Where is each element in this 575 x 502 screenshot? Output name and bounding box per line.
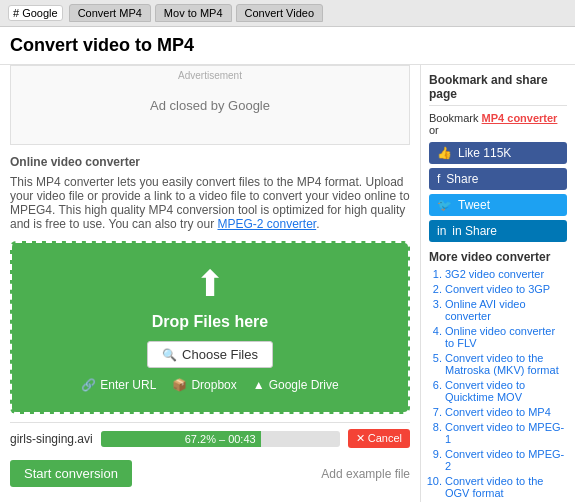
cancel-button[interactable]: ✕ Cancel (348, 429, 410, 448)
like-button[interactable]: 👍 Like 115K (429, 142, 567, 164)
ad-label: Advertisement (178, 70, 242, 81)
more-list-item-9[interactable]: Convert video to MPEG-2 (445, 448, 567, 472)
converter-heading: Online video converter (10, 155, 410, 169)
enter-url-option[interactable]: 🔗 Enter URL (81, 378, 156, 392)
thumbsup-icon: 👍 (437, 146, 452, 160)
more-list-item-7[interactable]: Convert video to MP4 (445, 406, 567, 418)
ad-closed-text: Ad closed by Google (150, 98, 270, 113)
more-list-item-3[interactable]: Online AVI video converter (445, 298, 567, 322)
drop-zone[interactable]: ⬆ Drop Files here 🔍 Choose Files 🔗 Enter… (10, 241, 410, 414)
converter-description: Online video converter This MP4 converte… (10, 155, 410, 231)
linkedin-share-button[interactable]: in in Share (429, 220, 567, 242)
upload-icon: ⬆ (32, 263, 388, 305)
google-drive-option[interactable]: ▲ Google Drive (253, 378, 339, 392)
more-list-item-4[interactable]: Online video converter to FLV (445, 325, 567, 349)
mp4-converter-link[interactable]: MP4 converter (482, 112, 558, 124)
dropbox-icon: 📦 (172, 378, 187, 392)
left-column: Advertisement Ad closed by Google Online… (0, 65, 420, 502)
more-list-item-2[interactable]: Convert video to 3GP (445, 283, 567, 295)
twitter-icon: 🐦 (437, 198, 452, 212)
file-row: girls-singing.avi 67.2% – 00:43 ✕ Cancel (10, 422, 410, 454)
extra-options: 🔗 Enter URL 📦 Dropbox ▲ Google Drive (32, 378, 388, 392)
tab-convert-video[interactable]: Convert Video (236, 4, 324, 22)
page-title: Convert video to MP4 (0, 27, 575, 65)
gdrive-icon: ▲ (253, 378, 265, 392)
bookmark-section-title: Bookmark and share page (429, 73, 567, 106)
tab-mov-to-mp4[interactable]: Mov to MP4 (155, 4, 232, 22)
google-tab[interactable]: # Google (8, 5, 63, 21)
right-column: Bookmark and share page Bookmark MP4 con… (420, 65, 575, 502)
converter-text: This MP4 converter lets you easily conve… (10, 175, 410, 231)
progress-text: 67.2% – 00:43 (101, 431, 340, 447)
file-name: girls-singing.avi (10, 432, 93, 446)
facebook-share-button[interactable]: f Share (429, 168, 567, 190)
mpeg2-link[interactable]: MPEG-2 converter (217, 217, 316, 231)
more-converters-list: 3G2 video converterConvert video to 3GPO… (429, 268, 567, 502)
main-layout: Advertisement Ad closed by Google Online… (0, 65, 575, 502)
more-list-item-10[interactable]: Convert video to the OGV format (445, 475, 567, 499)
more-list-item-8[interactable]: Convert video to MPEG-1 (445, 421, 567, 445)
add-example-link[interactable]: Add example file (321, 467, 410, 481)
link-icon: 🔗 (81, 378, 96, 392)
ad-section: Advertisement Ad closed by Google (10, 65, 410, 145)
bottom-actions: Start conversion Add example file (10, 454, 410, 493)
facebook-icon: f (437, 172, 440, 186)
tab-convert-mp4[interactable]: Convert MP4 (69, 4, 151, 22)
search-icon: 🔍 (162, 348, 177, 362)
tweet-button[interactable]: 🐦 Tweet (429, 194, 567, 216)
more-list-item-5[interactable]: Convert video to the Matroska (MKV) form… (445, 352, 567, 376)
progress-bar: 67.2% – 00:43 (101, 431, 340, 447)
browser-tabs: Convert MP4 Mov to MP4 Convert Video (69, 4, 323, 22)
more-converters-title: More video converter (429, 250, 567, 264)
more-list-item-6[interactable]: Convert video to Quicktime MOV (445, 379, 567, 403)
top-bar: # Google Convert MP4 Mov to MP4 Convert … (0, 0, 575, 27)
drop-text: Drop Files here (32, 313, 388, 331)
dropbox-option[interactable]: 📦 Dropbox (172, 378, 236, 392)
bookmark-text: Bookmark MP4 converter or (429, 112, 567, 136)
more-list-item-1[interactable]: 3G2 video converter (445, 268, 567, 280)
linkedin-icon: in (437, 224, 446, 238)
choose-files-button[interactable]: 🔍 Choose Files (147, 341, 273, 368)
start-conversion-button[interactable]: Start conversion (10, 460, 132, 487)
